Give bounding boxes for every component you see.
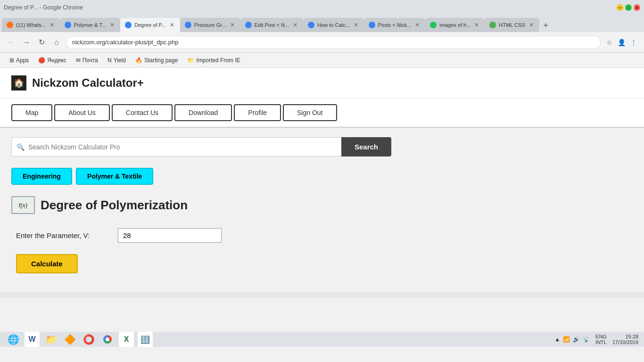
tab-label-5: Edit Post < N... [255,22,289,28]
close-button[interactable]: ✕ [634,4,640,11]
apps-grid-icon: ⊞ [9,57,14,64]
explorer-taskbar-icon[interactable]: 📁 [43,332,58,347]
nav-about-button[interactable]: About Us [54,104,110,121]
nav-menu: Map About Us Contact Us Download Profile… [0,99,644,128]
address-bar: ← → ↻ ⌂ ☆ 👤 ⋮ [0,32,644,53]
user-account-icon[interactable]: 👤 [617,38,626,47]
param-v-row: Enter the Parameter, V: [16,228,633,243]
bookmark-imported-label: Imported From IE [196,57,240,64]
vlc-taskbar-icon[interactable]: 🔶 [62,332,77,347]
search-icon: 🔍 [17,143,25,151]
yandex-icon: 🔴 [38,57,45,64]
tab-close-7[interactable]: ✕ [414,22,421,28]
browser-tab-3[interactable]: Degree of P... ✕ [120,18,180,32]
category-engineering-tab[interactable]: Engineering [11,168,72,185]
reload-button[interactable]: ↻ [36,37,47,48]
new-tab-button[interactable]: + [539,19,553,32]
page-content: 🏠 Nickzom Calculator+ Map About Us Conta… [0,68,644,332]
nav-map-button[interactable]: Map [11,104,52,121]
browser-tab-6[interactable]: How to Calc... ✕ [303,18,363,32]
calculator-taskbar-icon[interactable]: 🔢 [138,332,153,347]
nav-signout-button[interactable]: Sign Out [283,104,337,121]
site-header: 🏠 Nickzom Calculator+ [0,68,644,99]
tab-favicon-1 [7,22,13,28]
nav-profile-button[interactable]: Profile [234,104,281,121]
bookmark-apps-label: Apps [16,57,29,64]
minimize-button[interactable]: ─ [617,4,623,11]
browser-tab-5[interactable]: Edit Post < N... ✕ [240,18,304,32]
tab-label-1: (11) Whats... [16,22,46,28]
calculator-title-row: f(x) Degree of Polymerization [11,196,633,214]
bookmark-star-icon[interactable]: ☆ [604,38,614,47]
category-polymer-tab[interactable]: Polymer & Textile [76,168,153,185]
nav-download-button[interactable]: Download [174,104,232,121]
menu-icon[interactable]: ⋮ [629,38,638,47]
bookmark-apps[interactable]: ⊞ Apps [6,56,33,65]
search-button[interactable]: Search [341,137,391,156]
calculator-section: f(x) Degree of Polymerization Enter the … [0,191,644,283]
tab-label-6: How to Calc... [317,22,349,28]
site-title: Nickzom Calculator+ [32,76,144,90]
ie-taskbar-icon[interactable]: 🌐 [6,332,21,347]
search-input[interactable] [28,143,337,151]
intl-label: INTL [595,339,607,345]
bookmark-imported[interactable]: 📁 Imported From IE [183,56,244,65]
tab-close-6[interactable]: ✕ [353,22,359,28]
calculator-title: Degree of Polymerization [41,198,188,213]
forward-button[interactable]: → [21,37,32,48]
browser-tab-8[interactable]: images of h... ✕ [425,18,485,32]
bookmark-yield[interactable]: N Yield [104,56,130,65]
param-v-input[interactable] [118,228,222,243]
tab-favicon-2 [65,22,71,28]
tab-favicon-6 [308,22,314,28]
bookmark-yield-label: Yield [114,57,126,64]
tab-favicon-7 [369,22,375,28]
nav-contact-button[interactable]: Contact Us [112,104,173,121]
tab-close-5[interactable]: ✕ [292,22,298,28]
site-logo-icon: 🏠 [11,75,26,90]
bookmark-starting[interactable]: 🔥 Starting page [132,56,182,65]
lang-label: ENG [595,334,607,339]
chrome-taskbar-icon[interactable] [100,332,115,347]
tab-close-4[interactable]: ✕ [229,22,236,28]
browser-tab-4[interactable]: Pressure Gr... ✕ [180,18,240,32]
tab-close-2[interactable]: ✕ [109,22,116,28]
tab-close-3[interactable]: ✕ [169,22,175,28]
clock-section: ENG INTL [595,334,607,345]
calculate-button[interactable]: Calculate [16,254,78,273]
browser-tab-9[interactable]: HTML CSS ✕ [485,18,539,32]
home-button[interactable]: ⌂ [51,37,62,48]
tab-close-9[interactable]: ✕ [528,22,535,28]
calculator-form: Enter the Parameter, V: Calculate [11,228,633,273]
bookmark-yandex[interactable]: 🔴 Яндекс [34,56,70,65]
system-tray: ▲ 📶 🔊 📡 [554,336,590,343]
tabs-bar: (11) Whats... ✕ Polymer & T... ✕ Degree … [0,15,644,32]
bookmark-mail[interactable]: ✉ Почта [72,56,102,65]
tray-network-icon[interactable]: 📶 [563,336,570,343]
tray-up-arrow-icon[interactable]: ▲ [554,336,560,343]
taskbar: 🌐 W 📁 🔶 ⭕ X 🔢 ▲ 📶 🔊 📡 ENG INTL 15 [0,332,644,347]
tray-signal-icon[interactable]: 📡 [583,336,590,343]
taskbar-right: ▲ 📶 🔊 📡 ENG INTL 15:28 17/10/2019 [554,334,638,345]
excel-taskbar-icon[interactable]: X [119,332,134,347]
tray-volume-icon[interactable]: 🔊 [573,336,580,343]
tab-close-1[interactable]: ✕ [49,22,55,28]
browser-tab-2[interactable]: Polymer & T... ✕ [60,18,120,32]
yield-icon: N [107,57,112,64]
tab-label-9: HTML CSS [499,22,525,28]
opera-taskbar-icon[interactable]: ⭕ [81,332,96,347]
address-input[interactable] [66,36,601,49]
browser-tab-7[interactable]: Posts < Nick... ✕ [364,18,426,32]
tab-close-8[interactable]: ✕ [473,22,480,28]
browser-tab-1[interactable]: (11) Whats... ✕ [2,18,60,32]
back-button[interactable]: ← [6,37,17,48]
maximize-button[interactable]: □ [625,4,632,11]
tab-label-8: images of h... [439,22,471,28]
datetime-section[interactable]: 15:28 17/10/2019 [612,334,638,345]
word-taskbar-icon[interactable]: W [25,332,40,347]
date-display: 17/10/2019 [612,339,638,345]
fx-icon: f(x) [11,196,35,214]
tab-favicon-4 [185,22,191,28]
param-v-label: Enter the Parameter, V: [16,231,110,239]
time-display: 15:28 [612,334,638,339]
